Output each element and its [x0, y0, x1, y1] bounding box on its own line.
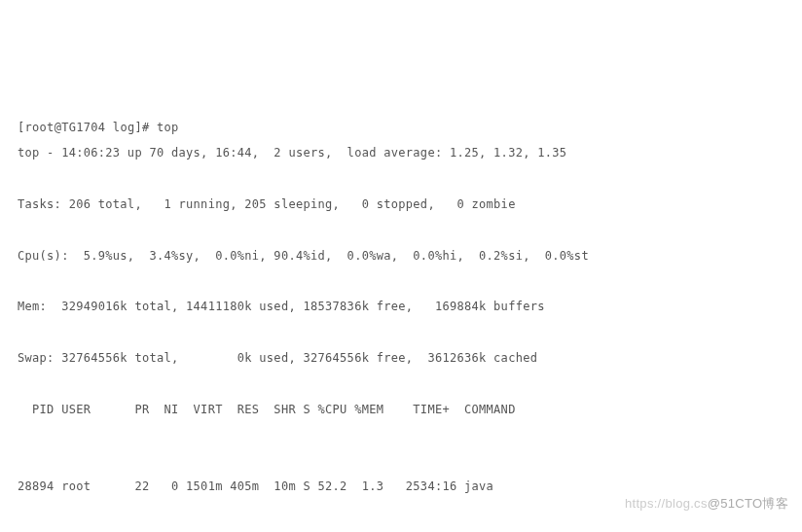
- top-tasks-line: Tasks: 206 total, 1 running, 205 sleepin…: [18, 192, 784, 217]
- top-summary-line: top - 14:06:23 up 70 days, 16:44, 2 user…: [18, 140, 784, 165]
- prompt-user: root: [25, 121, 55, 134]
- prompt-host: TG1704: [61, 121, 105, 134]
- watermark: https://blog.cs@51CTO博客: [625, 490, 788, 518]
- top-swap-line: Swap: 32764556k total, 0k used, 32764556…: [18, 345, 784, 371]
- prompt-path: log: [113, 121, 135, 134]
- top-mem-line: Mem: 32949016k total, 14411180k used, 18…: [18, 294, 784, 319]
- watermark-source: @51CTO博客: [708, 496, 788, 511]
- command-text[interactable]: top: [157, 121, 179, 134]
- top-cpu-line: Cpu(s): 5.9%us, 3.4%sy, 0.0%ni, 90.4%id,…: [18, 243, 784, 268]
- shell-prompt: [root@TG1704 log]# top: [18, 121, 179, 134]
- watermark-link: https://blog.cs: [625, 496, 708, 511]
- process-header: PID USER PR NI VIRT RES SHR S %CPU %MEM …: [18, 397, 784, 422]
